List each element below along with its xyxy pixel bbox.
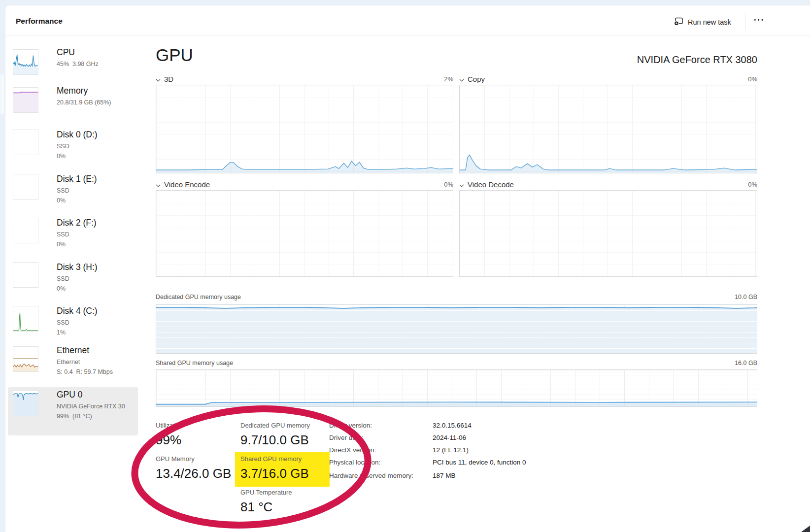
sidebar-item-detail: 99% (81 °C) xyxy=(57,413,92,420)
sidebar-item-detail: 0% xyxy=(57,285,66,292)
sidebar-item-title: Ethernet xyxy=(57,345,89,356)
header-divider xyxy=(5,35,810,35)
dedicated-gpu-memory-label: Dedicated GPU memory xyxy=(240,422,310,429)
chart-value-3d: 2% xyxy=(444,75,453,83)
shared-memory-chart xyxy=(156,369,757,407)
sidebar-item-disk2[interactable]: Disk 2 (F:) SSD 0% xyxy=(8,218,138,259)
detail-value: 187 MB xyxy=(433,472,456,479)
dedicated-memory-scale: 10.0 GB xyxy=(735,294,757,300)
gpu-memory-label: GPU Memory xyxy=(156,455,195,463)
sidebar-item-detail: S: 0.4 R: 59.7 Mbps xyxy=(57,368,113,375)
disk0-mini-chart xyxy=(13,130,38,155)
run-new-task-label: Run new task xyxy=(688,18,731,26)
shared-gpu-memory-label: Shared GPU memory xyxy=(240,455,302,463)
disk2-mini-chart xyxy=(13,218,38,243)
chart-header-3d: 3D 2% xyxy=(156,74,453,84)
sidebar-item-disk3[interactable]: Disk 3 (H:) SSD 0% xyxy=(8,262,138,303)
shared-memory-header: Shared GPU memory usage 16.0 GB xyxy=(156,360,757,366)
sidebar-item-detail: SSD xyxy=(57,187,69,194)
disk4-mini-chart xyxy=(13,306,38,332)
shared-memory-scale: 16.0 GB xyxy=(735,360,757,366)
dedicated-memory-usage-label: Dedicated GPU memory usage xyxy=(156,294,241,300)
detail-label: Physical location: xyxy=(329,459,380,466)
sidebar-item-detail: SSD xyxy=(57,143,69,150)
chart-header-video-encode: Video Encode 0% xyxy=(156,179,453,189)
chart-label-copy: Copy xyxy=(468,75,485,83)
sidebar-item-disk1[interactable]: Disk 1 (E:) SSD 0% xyxy=(8,174,138,215)
chart-3d xyxy=(156,85,453,173)
more-options-button[interactable]: ⋯ xyxy=(750,11,768,29)
chart-video-encode xyxy=(156,190,453,277)
sidebar-item-title: Disk 0 (D:) xyxy=(57,130,98,140)
sidebar-item-disk4[interactable]: Disk 4 (C:) SSD 1% xyxy=(8,306,138,347)
gpu-memory-value: 13.4/26.0 GB xyxy=(156,466,231,481)
detail-label: Driver date: xyxy=(329,434,364,441)
sidebar-item-title: Disk 2 (F:) xyxy=(57,218,97,228)
sidebar-item-detail: 45% 3.98 GHz xyxy=(57,61,99,67)
sidebar-item-title: Disk 3 (H:) xyxy=(57,262,98,272)
page-title: GPU xyxy=(156,45,193,65)
detail-value: PCI bus 11, device 0, function 0 xyxy=(433,459,526,466)
sidebar-item-detail: 1% xyxy=(57,329,66,336)
chevron-down-icon[interactable] xyxy=(459,180,464,189)
detail-label: Hardware reserved memory: xyxy=(329,472,413,479)
disk3-mini-chart xyxy=(13,262,38,288)
chart-label-video-encode: Video Encode xyxy=(164,180,210,189)
sidebar-item-memory[interactable]: Memory 20.8/31.9 GB (65%) xyxy=(8,86,138,125)
sidebar-item-detail: 0% xyxy=(57,197,66,204)
sidebar-item-detail: Ethernet xyxy=(57,359,80,366)
chart-label-video-decode: Video Decode xyxy=(468,180,514,189)
chart-value-copy: 0% xyxy=(748,75,757,83)
chevron-down-icon[interactable] xyxy=(156,75,161,83)
sidebar-item-detail: NVIDIA GeForce RTX 30 xyxy=(57,403,125,410)
window-edge xyxy=(0,74,4,114)
chart-video-decode xyxy=(459,190,757,277)
sidebar-item-title: GPU 0 xyxy=(57,390,83,400)
run-new-task-icon xyxy=(674,17,683,27)
chevron-down-icon[interactable] xyxy=(459,75,464,83)
sidebar-item-detail: 0% xyxy=(57,153,66,160)
sidebar-item-ethernet[interactable]: Ethernet Ethernet S: 0.4 R: 59.7 Mbps xyxy=(8,345,138,387)
gpu0-mini-chart xyxy=(13,391,38,416)
chevron-down-icon[interactable] xyxy=(156,180,161,189)
sidebar-item-title: CPU xyxy=(57,47,75,58)
chart-header-video-decode: Video Decode 0% xyxy=(459,179,757,189)
chart-copy xyxy=(459,85,757,173)
sidebar-item-detail: 0% xyxy=(57,241,66,248)
sidebar-item-gpu0[interactable]: GPU 0 NVIDIA GeForce RTX 30 99% (81 °C) xyxy=(8,387,138,435)
dedicated-memory-chart xyxy=(156,304,757,354)
detail-label: Driver version: xyxy=(329,422,372,429)
chart-value-video-encode: 0% xyxy=(444,181,453,188)
gpu-device-name: NVIDIA GeForce RTX 3080 xyxy=(637,54,757,66)
sidebar-item-cpu[interactable]: CPU 45% 3.98 GHz xyxy=(8,47,138,87)
sidebar-item-title: Disk 4 (C:) xyxy=(57,306,98,316)
sidebar-item-detail: SSD xyxy=(57,231,69,238)
sidebar-item-disk0[interactable]: Disk 0 (D:) SSD 0% xyxy=(8,130,138,171)
sidebar-item-detail: 20.8/31.9 GB (65%) xyxy=(57,99,111,106)
shared-gpu-memory-value: 3.7/16.0 GB xyxy=(240,466,309,481)
chart-header-copy: Copy 0% xyxy=(459,74,757,84)
detail-value: 12 (FL 12.1) xyxy=(433,446,469,454)
sidebar-item-detail: SSD xyxy=(57,319,69,326)
chart-value-video-decode: 0% xyxy=(748,181,757,188)
sidebar-item-title: Memory xyxy=(57,86,88,96)
run-new-task-button[interactable]: Run new task xyxy=(669,14,736,31)
task-manager-window: Performance Run new task ⋯ CPU 45% 3.98 … xyxy=(0,0,810,532)
chart-label-3d: 3D xyxy=(164,75,173,83)
utilization-value: 99% xyxy=(156,432,181,448)
detail-value: 32.0.15.6614 xyxy=(433,422,472,429)
disk1-mini-chart xyxy=(13,174,38,200)
detail-value: 2024-11-06 xyxy=(433,434,466,441)
memory-mini-chart xyxy=(13,87,38,113)
toolbar-separator xyxy=(745,13,745,31)
utilization-label: Utilization xyxy=(156,422,183,429)
detail-label: DirectX version: xyxy=(329,446,376,454)
sidebar-item-detail: SSD xyxy=(57,275,69,282)
cpu-mini-chart xyxy=(13,49,38,75)
ethernet-mini-chart xyxy=(13,346,38,372)
gpu-temperature-label: GPU Temperature xyxy=(240,489,292,496)
sidebar-item-title: Disk 1 (E:) xyxy=(57,174,97,184)
gpu-temperature-value: 81 °C xyxy=(240,499,272,515)
dedicated-memory-header: Dedicated GPU memory usage 10.0 GB xyxy=(156,294,757,300)
page-header-title: Performance xyxy=(16,17,63,26)
